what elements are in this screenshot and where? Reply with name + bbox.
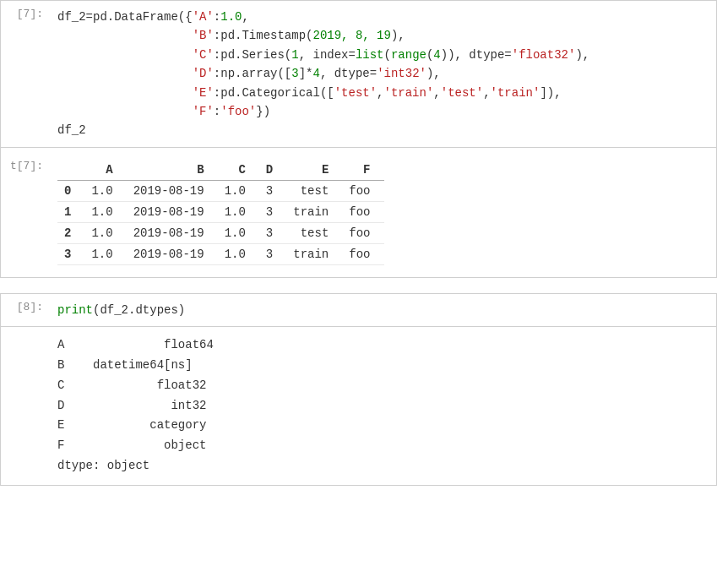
cell-2-A: 1.0 — [84, 222, 126, 243]
dtype-F-label: F — [57, 438, 64, 452]
table-row: 1 1.0 2019-08-19 1.0 3 train foo — [57, 201, 384, 222]
row-index-1: 1 — [57, 201, 84, 222]
cell-2-C: 1.0 — [218, 222, 259, 243]
row-index-2: 2 — [57, 222, 84, 243]
dtype-E-value: category — [149, 418, 206, 432]
dtypes-text: A float64 B datetime64[ns] C float32 D i… — [57, 332, 706, 480]
table-header-row: A B C D E F — [57, 160, 384, 181]
cell-0-B: 2019-08-19 — [127, 180, 218, 201]
cell-3-F: foo — [342, 243, 383, 264]
cell-7-input: [7]: df_2=pd.DataFrame({'A':1.0, 'B':pd.… — [0, 0, 717, 148]
cell-3-E: train — [286, 243, 342, 264]
cell-7-table: A B C D E F 0 1.0 2019-08-19 1.0 3 — [47, 148, 716, 277]
cell-0-D: 3 — [259, 180, 286, 201]
dataframe-table: A B C D E F 0 1.0 2019-08-19 1.0 3 — [57, 160, 384, 265]
cell-0-C: 1.0 — [218, 180, 259, 201]
dtype-A-label: A — [57, 338, 64, 351]
cell-3-C: 1.0 — [218, 243, 259, 264]
dtype-C-value: float32 — [157, 378, 207, 392]
cell-2-F: foo — [342, 222, 383, 243]
table-row: 3 1.0 2019-08-19 1.0 3 train foo — [57, 243, 384, 264]
cell-7-input-number: [7]: — [1, 1, 47, 147]
col-header-F: F — [342, 160, 383, 181]
row-index-0: 0 — [57, 180, 84, 201]
dtype-D-value: int32 — [171, 399, 206, 412]
dtype-B-label: B — [57, 358, 64, 372]
notebook: [7]: df_2=pd.DataFrame({'A':1.0, 'B':pd.… — [0, 0, 717, 588]
cell-0-E: test — [286, 180, 342, 201]
col-header-D: D — [259, 160, 286, 181]
dtype-A-value: float64 — [164, 338, 214, 351]
table-row: 0 1.0 2019-08-19 1.0 3 test foo — [57, 180, 384, 201]
cell-0-F: foo — [342, 180, 383, 201]
col-header-C: C — [218, 160, 259, 181]
cell-3-B: 2019-08-19 — [127, 243, 218, 264]
cell-2-B: 2019-08-19 — [127, 222, 218, 243]
cell-1-F: foo — [342, 201, 383, 222]
cell-8-output-number — [1, 327, 47, 485]
dtype-D-label: D — [57, 399, 64, 412]
cell-1-A: 1.0 — [84, 201, 126, 222]
cell-1-B: 2019-08-19 — [127, 201, 218, 222]
cell-8-input-number: [8]: — [1, 294, 47, 326]
col-header-A: A — [84, 160, 126, 181]
col-header-B: B — [127, 160, 218, 181]
cell-1-E: train — [286, 201, 342, 222]
col-header-E: E — [286, 160, 342, 181]
dtype-F-value: object — [164, 438, 206, 452]
cell-1-D: 3 — [259, 201, 286, 222]
cell-8-dtypes-output: A float64 B datetime64[ns] C float32 D i… — [47, 327, 716, 485]
cell-gap — [0, 278, 717, 293]
dtype-C-label: C — [57, 378, 64, 392]
dtype-footer: dtype: object — [57, 459, 149, 472]
cell-8-output: A float64 B datetime64[ns] C float32 D i… — [0, 327, 717, 486]
cell-0-A: 1.0 — [84, 180, 126, 201]
cell-8-code[interactable]: print(df_2.dtypes) — [47, 294, 716, 326]
cell-3-A: 1.0 — [84, 243, 126, 264]
row-index-3: 3 — [57, 243, 84, 264]
cell-2-E: test — [286, 222, 342, 243]
cell-1-C: 1.0 — [218, 201, 259, 222]
dtype-E-label: E — [57, 418, 64, 432]
cell-7-output: t[7]: A B C D E F 0 — [0, 148, 717, 278]
cell-3-D: 3 — [259, 243, 286, 264]
cell-2-D: 3 — [259, 222, 286, 243]
col-header-index — [57, 160, 84, 181]
table-row: 2 1.0 2019-08-19 1.0 3 test foo — [57, 222, 384, 243]
dtype-B-value: datetime64[ns] — [93, 358, 193, 372]
cell-7-output-number: t[7]: — [1, 148, 47, 277]
cell-8-input: [8]: print(df_2.dtypes) — [0, 293, 717, 327]
cell-7-code[interactable]: df_2=pd.DataFrame({'A':1.0, 'B':pd.Times… — [47, 1, 716, 147]
